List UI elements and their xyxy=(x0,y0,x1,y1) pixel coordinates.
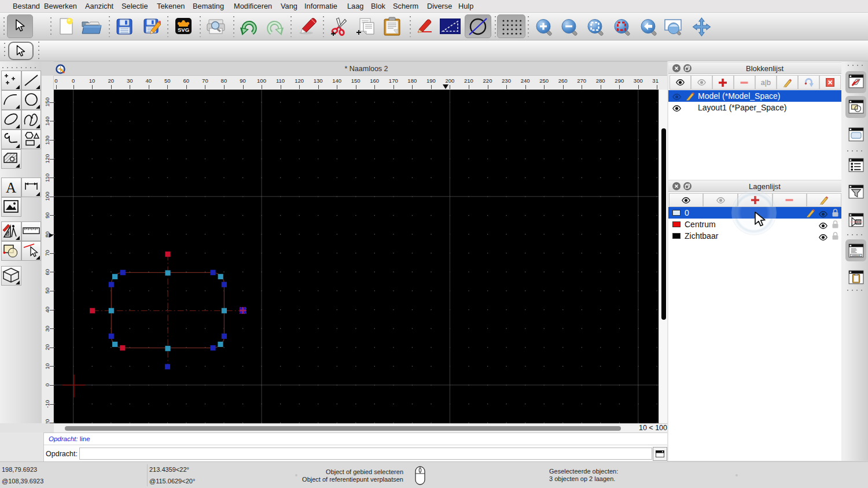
svg-text:SVG: SVG xyxy=(178,27,189,33)
svg-text:command: command xyxy=(852,254,860,257)
svg-text:A: A xyxy=(6,180,16,195)
